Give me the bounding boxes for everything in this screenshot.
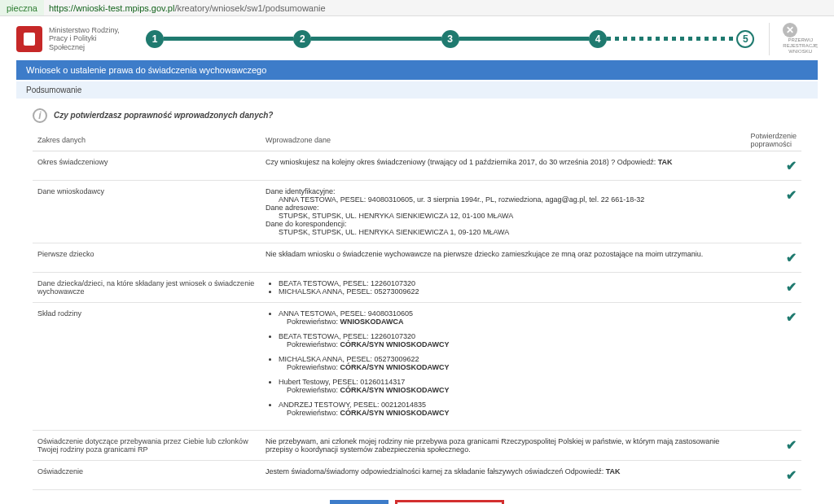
close-icon[interactable]: ✕	[783, 23, 797, 37]
header-range: Zakres danych	[33, 129, 261, 151]
buttons-row: Wstecz Utwórz dokument	[33, 490, 801, 504]
row-wnioskodawca: Dane wnioskodawcy Dane identyfikacyjne: …	[33, 180, 801, 243]
list-item: Hubert Testowy, PESEL: 01260114317Pokrew…	[279, 378, 740, 394]
data-okres: Czy wnioskujesz na kolejny okres świadcz…	[261, 151, 745, 180]
row-osw: Oświadczenie Jestem świadoma/świadomy od…	[33, 460, 801, 489]
shield-icon	[16, 26, 42, 52]
list-item: MICHALSKA ANNA, PESEL: 05273009622Pokrew…	[279, 355, 740, 371]
step-1[interactable]: 1	[146, 30, 164, 48]
highlight-frame: Utwórz dokument	[395, 500, 504, 504]
check-icon: ✔	[786, 280, 797, 294]
confirm-row: i Czy potwierdzasz poprawność wprowadzon…	[33, 105, 801, 129]
list-item: BEATA TESTOWA, PESEL: 12260107320Pokrewi…	[279, 332, 740, 348]
row-pierwsze: Pierwsze dziecko Nie składam wniosku o ś…	[33, 243, 801, 272]
step-2[interactable]: 2	[293, 30, 311, 48]
secure-badge: pieczna	[0, 0, 44, 15]
list-item: ANNA TESTOWA, PESEL: 94080310605Pokrewie…	[279, 309, 740, 326]
url-path: /kreatory/wniosek/sw1/podsumowanie	[174, 3, 325, 13]
header-confirm: Potwierdzenie poprawności	[745, 129, 801, 151]
label-dzieci: Dane dziecka/dzieci, na które składany j…	[33, 272, 261, 302]
label-okres: Okres świadczeniowy	[33, 151, 261, 180]
check-icon: ✔	[786, 468, 797, 482]
label-sklad: Skład rodziny	[33, 302, 261, 430]
logo-text: Ministerstwo Rodziny, Pracy i Polityki S…	[49, 26, 126, 52]
label-osw: Oświadczenie	[33, 460, 261, 489]
confirm-question: Czy potwierdzasz poprawność wprowadzonyc…	[54, 111, 273, 120]
page-title: Wniosek o ustalenie prawa do świadczenia…	[16, 60, 818, 80]
data-osw: Jestem świadoma/świadomy odpowiedzialnoś…	[261, 460, 745, 489]
stepper: 1 2 3 4 5	[146, 30, 754, 48]
url-text[interactable]: https://wnioski-test.mpips.gov.pl/kreato…	[44, 3, 326, 13]
top-bar: Ministerstwo Rodziny, Pracy i Polityki S…	[0, 16, 834, 60]
step-bar-4	[607, 37, 736, 41]
check-icon: ✔	[786, 188, 797, 202]
step-bar-2	[311, 37, 441, 41]
data-wniosk: Dane identyfikacyjne: ANNA TESTOWA, PESE…	[261, 180, 745, 243]
check-icon: ✔	[786, 310, 797, 324]
header-data: Wprowadzone dane	[261, 129, 745, 151]
row-okres: Okres świadczeniowy Czy wnioskujesz na k…	[33, 151, 801, 180]
back-button[interactable]: Wstecz	[330, 500, 388, 504]
cancel-area[interactable]: ✕ PRZERWIJ REJESTRACJĘ WNIOSKU	[769, 23, 818, 55]
data-dzieci: BEATA TESTOWA, PESEL: 12260107320 MICHAL…	[261, 272, 745, 302]
label-osw-rp: Oświadczenie dotyczące przebywania przez…	[33, 430, 261, 460]
cancel-label: PRZERWIJ REJESTRACJĘ WNIOSKU	[783, 37, 818, 55]
label-pierwsze: Pierwsze dziecko	[33, 243, 261, 272]
summary-table: Zakres danych Wprowadzone dane Potwierdz…	[33, 129, 801, 490]
list-item: BEATA TESTOWA, PESEL: 12260107320	[279, 279, 740, 287]
logo-line2: Pracy i Polityki Społecznej	[49, 34, 126, 52]
step-3[interactable]: 3	[441, 30, 459, 48]
info-icon: i	[33, 108, 47, 123]
data-sklad: ANNA TESTOWA, PESEL: 94080310605Pokrewie…	[261, 302, 745, 430]
check-icon: ✔	[786, 438, 797, 452]
ministry-logo: Ministerstwo Rodziny, Pracy i Polityki S…	[16, 26, 126, 52]
row-osw-rp: Oświadczenie dotyczące przebywania przez…	[33, 430, 801, 460]
list-item: MICHALSKA ANNA, PESEL: 05273009622	[279, 287, 740, 296]
check-icon: ✔	[786, 159, 797, 173]
step-bar-3	[459, 37, 589, 41]
list-item: ANDRZEJ TESTOWY, PESEL: 00212014835Pokre…	[279, 401, 740, 417]
step-5[interactable]: 5	[736, 30, 754, 48]
url-domain: https://wnioski-test.mpips.gov.pl	[49, 3, 174, 13]
content: i Czy potwierdzasz poprawność wprowadzon…	[33, 105, 801, 504]
step-4[interactable]: 4	[589, 30, 607, 48]
row-dzieci: Dane dziecka/dzieci, na które składany j…	[33, 272, 801, 302]
data-pierwsze: Nie składam wniosku o świadczenie wychow…	[261, 243, 745, 272]
check-icon: ✔	[786, 251, 797, 265]
data-osw-rp: Nie przebywam, ani członek mojej rodziny…	[261, 430, 745, 460]
url-bar: pieczna https://wnioski-test.mpips.gov.p…	[0, 0, 834, 16]
step-bar-1	[164, 37, 293, 41]
page-subtitle: Podsumowanie	[16, 81, 818, 99]
label-wniosk: Dane wnioskodawcy	[33, 180, 261, 243]
logo-line1: Ministerstwo Rodziny,	[49, 26, 126, 35]
row-sklad: Skład rodziny ANNA TESTOWA, PESEL: 94080…	[33, 302, 801, 430]
